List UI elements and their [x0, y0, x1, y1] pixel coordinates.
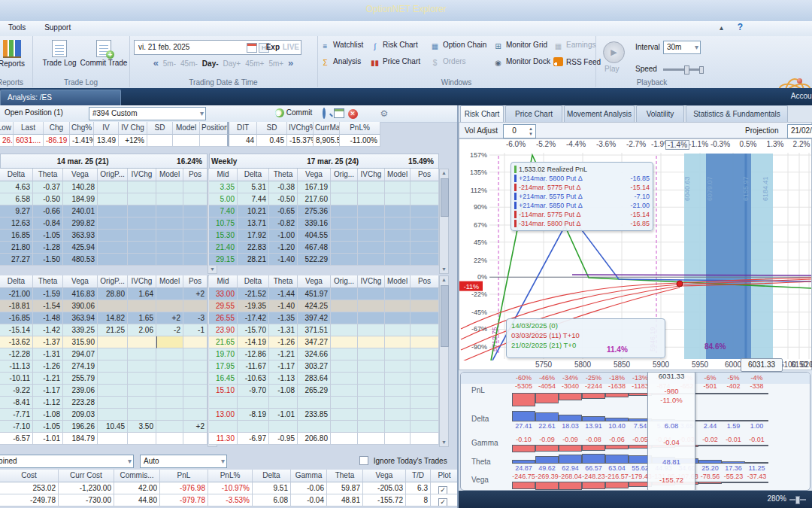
projection-date-input[interactable]: 21/02/202	[787, 124, 812, 138]
chain-row[interactable]: 19.70-12.86-1.21324.66	[209, 348, 439, 360]
position-table-row[interactable]: 26....6031....-86.19-1.41%13.49+12%-2.24…	[0, 135, 380, 147]
chain-row[interactable]: 29.1528.21-1.40522.29	[209, 254, 439, 266]
reports-button[interactable]: Reports	[0, 40, 25, 68]
combine-mode-select[interactable]: Combined▾	[0, 455, 134, 468]
position-preset-select[interactable]: #394 Custom▾	[89, 107, 206, 120]
chain-row[interactable]: 17.95-11.67-1.17303.27	[209, 360, 439, 373]
chain-row[interactable]: 29.55-19.35-1.40424.25	[209, 300, 439, 312]
chain-row[interactable]: -8.41-1.12223.28	[0, 397, 208, 409]
chain-row[interactable]: 11.30-6.97-0.95206.80	[209, 433, 439, 445]
chain-row[interactable]: 15.3017.92-1.00404.55	[209, 230, 439, 242]
trading-date-input[interactable]: vi. 21 feb. 2025 H Exp LIVE	[134, 40, 301, 55]
account-label[interactable]: Account	[791, 92, 812, 100]
chain-row[interactable]: 23.90-15.70-1.31371.51	[209, 324, 439, 336]
chain-row[interactable]: 21.80-1.28425.94	[0, 242, 208, 254]
search-icon[interactable]	[319, 108, 329, 119]
ribbon-item-risk-chart[interactable]: ∫Risk Chart	[370, 41, 418, 51]
chain-row[interactable]: -18.81-1.54390.06	[0, 300, 208, 312]
chain-row[interactable]: 15.10-9.70-1.08265.29	[209, 385, 439, 397]
chain-row[interactable]: 5.007.44-0.50217.60	[209, 193, 439, 205]
tab-price-chart[interactable]: Price Chart	[505, 105, 562, 122]
ribbon-item-monitor-dock[interactable]: ◉Monitor Dock	[493, 57, 550, 68]
chain-row[interactable]: -6.57-1.01184.79	[0, 433, 208, 445]
chain-row[interactable]: -16.85-1.48363.9414.821.65+2-3	[0, 312, 208, 324]
trade-log-button[interactable]: Trade Log	[40, 40, 79, 67]
chain-row[interactable]: 16.85-1.05363.93	[0, 230, 208, 242]
summary-row[interactable]: 253.02-1,230.0042.00-976.98-10.97%9.51-0…	[0, 482, 459, 494]
scroll-down-icon[interactable]: ▼	[440, 266, 448, 273]
time-step-Day+[interactable]: Day+	[223, 59, 241, 68]
step-fwd-icon[interactable]: »	[288, 57, 293, 68]
ribbon-item-option-chain[interactable]: ▦Option Chain	[430, 41, 486, 51]
chain-row[interactable]: 9.27-0.66240.01	[0, 205, 208, 217]
export-grid-icon[interactable]	[334, 108, 344, 119]
scroll-thumb[interactable]	[441, 178, 449, 217]
chain-row[interactable]: 13.00-8.19-1.01233.85	[209, 409, 439, 421]
chain-row[interactable]: -11.13-1.26274.19	[0, 360, 208, 373]
chain-row[interactable]	[209, 397, 439, 409]
auto-select[interactable]: Auto▾	[140, 455, 227, 468]
time-step-5m-[interactable]: 5m-	[163, 59, 176, 68]
menu-tools[interactable]: Tools	[0, 21, 34, 34]
chain-row[interactable]	[209, 421, 439, 433]
plot-checkbox[interactable]: ✓	[438, 486, 447, 494]
chain-row[interactable]: 16.45-10.63-1.13283.64	[209, 373, 439, 385]
chain-row[interactable]: 10.7513.71-0.82339.16	[209, 217, 439, 230]
chain-row[interactable]: -12.28-1.31294.07	[0, 348, 208, 360]
time-step-45m-[interactable]: 45m-	[180, 59, 198, 68]
commit-button[interactable]: ◉ Commit	[275, 108, 312, 117]
spin-down-icon[interactable]: ▼	[527, 131, 535, 137]
tab-analysis-es[interactable]: Analysis: /ES	[0, 90, 121, 106]
time-step-45m+[interactable]: 45m+	[245, 59, 264, 68]
zoom-slider-handle[interactable]	[795, 496, 800, 504]
live-toggle[interactable]: LIVE	[283, 41, 299, 54]
ribbon-item-price-chart[interactable]: ▮▮Price Chart	[370, 57, 420, 68]
vol-adjust-spinner[interactable]: 0 ▲ ▼	[503, 124, 536, 138]
ribbon-item-monitor-grid[interactable]: ⊞Monitor Grid	[493, 41, 547, 51]
gear-icon[interactable]: ⚙	[379, 108, 389, 119]
chain-row[interactable]: -9.22-1.17239.06	[0, 385, 208, 397]
chain-row[interactable]: -15.14-1.42339.2521.252.06-2-1	[0, 324, 208, 336]
scrollbar[interactable]: ▲▼	[439, 169, 449, 274]
exp-toggle[interactable]: Exp	[266, 41, 280, 54]
chain-row[interactable]: -7.71-1.08209.03	[0, 409, 208, 421]
ribbon-item-rss-feed[interactable]: RSS Feed	[553, 57, 601, 68]
plot-checkbox[interactable]: ✓	[438, 498, 447, 506]
scroll-up-icon[interactable]: ▲	[440, 276, 448, 284]
interval-select[interactable]: 30m▾	[663, 41, 701, 54]
commit-trade-button[interactable]: + Commit Trade	[79, 40, 129, 67]
step-back-icon[interactable]: «	[153, 57, 159, 68]
calendar-icon[interactable]	[247, 43, 257, 53]
chain-row[interactable]: -10.11-1.21255.79	[0, 373, 208, 385]
tab-statistics-fundamentals[interactable]: Statistics & Fundamentals	[686, 105, 788, 122]
collapse-ribbon-icon[interactable]: ▴	[720, 23, 723, 32]
scrollbar[interactable]: ▲▼	[439, 275, 449, 447]
menu-support[interactable]: Support	[36, 21, 79, 34]
tab-risk-chart[interactable]: Risk Chart	[460, 105, 504, 122]
speed-slider[interactable]	[663, 68, 699, 71]
ignore-trades-checkbox[interactable]: Ignore Today's Trades	[359, 456, 447, 465]
scroll-thumb[interactable]	[441, 285, 449, 347]
summary-row[interactable]: -249.78-730.0044.80-979.78-3.53%6.08-0.0…	[0, 494, 459, 506]
chain-row[interactable]: 6.58-0.50184.99	[0, 193, 208, 205]
chain-row[interactable]: -7.10-1.05196.2610.453.50+2	[0, 421, 208, 433]
chain-row[interactable]: 33.00-21.52-1.44451.97	[209, 288, 439, 300]
scroll-down-icon[interactable]: ▼	[440, 439, 448, 446]
chain-row[interactable]: 21.65-14.19-1.26347.27	[209, 336, 439, 348]
ribbon-item-analysis[interactable]: ΣAnalysis	[320, 57, 361, 68]
chain-row[interactable]: 12.63-0.84299.82	[0, 217, 208, 230]
speed-slider-handle[interactable]	[684, 65, 689, 75]
tab-movement-analysis[interactable]: Movement Analysis	[564, 105, 635, 122]
play-button[interactable]: ▶	[603, 41, 625, 63]
time-step-Day-[interactable]: Day-	[202, 59, 219, 68]
scroll-down-icon[interactable]: ▼	[208, 266, 217, 273]
tab-volatility[interactable]: Volatility	[636, 105, 684, 122]
help-icon[interactable]: ?	[738, 22, 743, 32]
chain-row[interactable]: 4.63-0.37140.28	[0, 181, 208, 193]
time-step-5m+[interactable]: 5m+	[268, 59, 283, 68]
chain-row[interactable]: 3.355.31-0.38167.19	[209, 181, 439, 193]
chain-row[interactable]: 27.27-1.50480.53	[0, 254, 208, 266]
chain-row[interactable]: -13.62-1.37315.90	[0, 336, 208, 348]
chain-row[interactable]: 21.4022.83-1.20467.48	[209, 242, 439, 254]
chain-row[interactable]: -21.00-1.59416.8328.801.64+2	[0, 288, 208, 300]
